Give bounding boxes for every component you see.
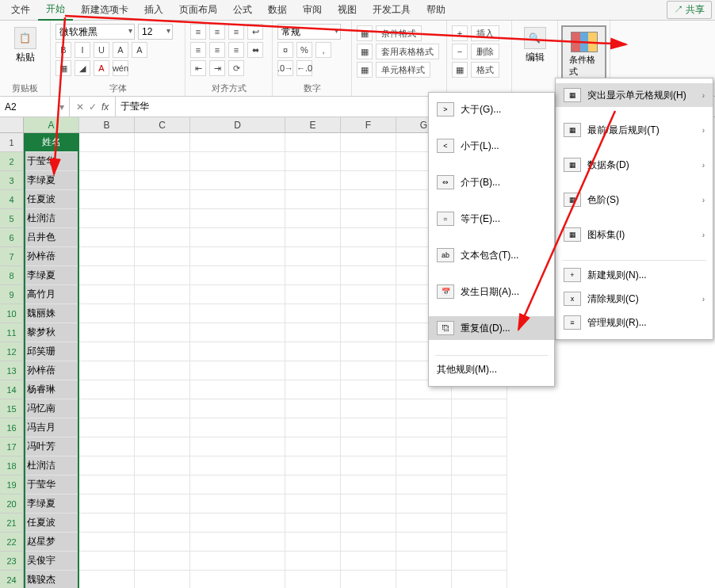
cell[interactable] bbox=[79, 285, 135, 304]
menu-item[interactable]: +新建规则(N)... bbox=[556, 263, 713, 287]
row-header[interactable]: 19 bbox=[0, 475, 24, 494]
tab-dev[interactable]: 开发工具 bbox=[365, 0, 419, 20]
cell[interactable] bbox=[79, 209, 135, 228]
cell[interactable] bbox=[341, 285, 396, 304]
underline-button[interactable]: U bbox=[94, 42, 109, 58]
cell[interactable] bbox=[341, 247, 396, 266]
row-header[interactable]: 22 bbox=[0, 533, 24, 552]
cell[interactable]: 李绿夏 bbox=[24, 494, 79, 514]
tab-data[interactable]: 数据 bbox=[260, 0, 295, 20]
cell[interactable] bbox=[341, 133, 396, 152]
cell[interactable] bbox=[341, 304, 396, 323]
cell[interactable] bbox=[79, 228, 135, 247]
cell[interactable] bbox=[79, 437, 135, 456]
row-header[interactable]: 15 bbox=[0, 399, 24, 418]
cell[interactable] bbox=[341, 361, 396, 380]
delete-button[interactable]: 删除 bbox=[471, 44, 499, 59]
cell[interactable] bbox=[79, 475, 135, 494]
tab-view[interactable]: 视图 bbox=[330, 0, 365, 20]
menu-item[interactable]: ▦最前/最后规则(T)› bbox=[556, 118, 713, 142]
italic-button[interactable]: I bbox=[75, 42, 90, 58]
tab-formulas[interactable]: 公式 bbox=[225, 0, 260, 20]
percent-button[interactable]: % bbox=[296, 42, 312, 58]
cell[interactable] bbox=[285, 494, 341, 514]
cell[interactable] bbox=[452, 418, 507, 437]
cell[interactable] bbox=[341, 190, 396, 209]
cell[interactable] bbox=[135, 342, 190, 361]
cell[interactable] bbox=[79, 304, 135, 323]
row-header[interactable]: 20 bbox=[0, 494, 24, 514]
cell[interactable] bbox=[285, 304, 341, 323]
tab-layout[interactable]: 页面布局 bbox=[171, 0, 225, 20]
cell[interactable] bbox=[135, 418, 190, 437]
cell[interactable] bbox=[190, 552, 285, 571]
cell[interactable] bbox=[396, 418, 452, 437]
cell[interactable] bbox=[190, 266, 285, 285]
cell[interactable] bbox=[79, 323, 135, 342]
cell[interactable] bbox=[341, 552, 396, 571]
font-name-select[interactable]: 微软雅黑 bbox=[55, 24, 135, 40]
cell[interactable] bbox=[285, 533, 341, 552]
align-left-button[interactable]: ≡ bbox=[190, 42, 206, 58]
cell[interactable]: 冯吉月 bbox=[24, 418, 79, 437]
cell[interactable] bbox=[79, 514, 135, 533]
submenu-item[interactable]: =等于(E)... bbox=[429, 207, 554, 231]
row-header[interactable]: 4 bbox=[0, 190, 24, 209]
cell[interactable] bbox=[452, 494, 507, 514]
cell[interactable] bbox=[341, 152, 396, 171]
cell[interactable] bbox=[190, 342, 285, 361]
cell[interactable] bbox=[190, 399, 285, 418]
submenu-item[interactable]: <小于(L)... bbox=[429, 134, 554, 158]
tab-custom[interactable]: 新建选项卡 bbox=[73, 0, 136, 20]
cell[interactable] bbox=[190, 171, 285, 190]
share-button[interactable]: ↗ 共享 bbox=[667, 1, 712, 19]
cell[interactable] bbox=[285, 285, 341, 304]
cell[interactable] bbox=[79, 456, 135, 475]
submenu-item[interactable]: 📅发生日期(A)... bbox=[429, 280, 554, 304]
cell[interactable] bbox=[79, 399, 135, 418]
cell[interactable] bbox=[285, 133, 341, 152]
tab-help[interactable]: 帮助 bbox=[419, 0, 453, 20]
phonetic-button[interactable]: wén bbox=[113, 60, 128, 76]
cell[interactable] bbox=[341, 209, 396, 228]
cell[interactable] bbox=[285, 323, 341, 342]
cell[interactable] bbox=[190, 209, 285, 228]
currency-button[interactable]: ¤ bbox=[277, 42, 293, 58]
cell[interactable] bbox=[452, 571, 507, 588]
align-right-button[interactable]: ≡ bbox=[228, 42, 244, 58]
menu-item[interactable]: ▦色阶(S)› bbox=[556, 188, 713, 212]
row-header[interactable]: 6 bbox=[0, 228, 24, 247]
cell[interactable] bbox=[190, 533, 285, 552]
cell[interactable] bbox=[190, 133, 285, 152]
cell[interactable] bbox=[341, 399, 396, 418]
cell[interactable] bbox=[341, 475, 396, 494]
merge-button[interactable]: ⬌ bbox=[247, 42, 263, 58]
submenu-item[interactable]: ⇔介于(B)... bbox=[429, 170, 554, 194]
cell[interactable] bbox=[79, 552, 135, 571]
cell[interactable] bbox=[285, 266, 341, 285]
fill-color-button[interactable]: ◢ bbox=[75, 60, 90, 76]
row-header[interactable]: 8 bbox=[0, 266, 24, 285]
cell[interactable] bbox=[341, 323, 396, 342]
cell[interactable] bbox=[285, 475, 341, 494]
cell[interactable] bbox=[135, 361, 190, 380]
col-header-A[interactable]: A bbox=[24, 117, 79, 133]
cell[interactable] bbox=[79, 247, 135, 266]
font-color-button[interactable]: A bbox=[94, 60, 109, 76]
cell[interactable] bbox=[285, 190, 341, 209]
cell[interactable] bbox=[285, 514, 341, 533]
submenu-item[interactable]: ⿻重复值(D)... bbox=[429, 316, 554, 340]
font-shrink-button[interactable]: A bbox=[132, 42, 147, 58]
cell[interactable] bbox=[190, 228, 285, 247]
bold-button[interactable]: B bbox=[55, 42, 71, 58]
cancel-icon[interactable]: ✕ bbox=[76, 101, 84, 113]
cell[interactable] bbox=[341, 494, 396, 514]
cell[interactable] bbox=[135, 514, 190, 533]
cell[interactable] bbox=[452, 437, 507, 456]
cell[interactable]: 李绿夏 bbox=[24, 266, 79, 285]
cell[interactable] bbox=[190, 285, 285, 304]
row-header[interactable]: 18 bbox=[0, 456, 24, 475]
row-header[interactable]: 23 bbox=[0, 552, 24, 571]
cell[interactable] bbox=[135, 323, 190, 342]
cell[interactable] bbox=[79, 361, 135, 380]
